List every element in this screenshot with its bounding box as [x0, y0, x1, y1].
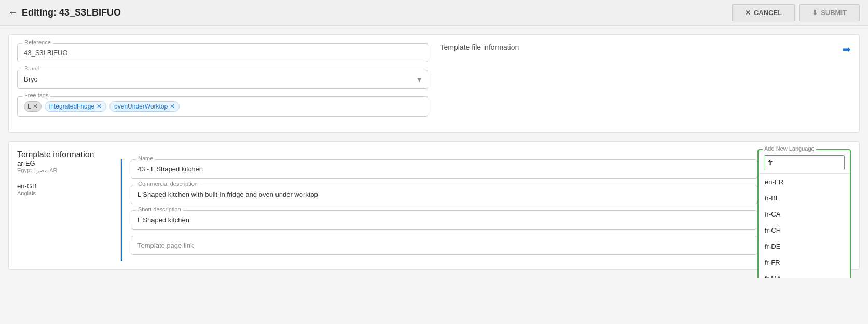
lang-option-fr-ch[interactable]: fr-CH: [759, 222, 850, 238]
tags-container[interactable]: L ✕ integratedFridge ✕ ovenUnderWorktop …: [17, 96, 428, 117]
bottom-content: ar-EG Egypt | مصر AR en-GB Anglais Name …: [17, 159, 851, 261]
brand-select-wrapper: Bryo ▼: [17, 70, 428, 89]
commercial-desc-label: Commercial description: [136, 181, 200, 187]
cancel-label: CANCEL: [754, 9, 782, 17]
tag-ovenUnderWorktop: ovenUnderWorktop ✕: [109, 101, 180, 112]
free-tags-field: Free tags L ✕ integratedFridge ✕ ovenUnd…: [17, 96, 428, 117]
tag-integratedFridge-close[interactable]: ✕: [97, 103, 102, 110]
add-language-area: ⌃ Add New Language ✕ ▲ en-FR fr-BE fr-CA: [757, 159, 851, 261]
cancel-icon: ✕: [745, 9, 751, 17]
reference-label: Reference: [22, 39, 53, 45]
short-desc-input[interactable]: [131, 210, 757, 230]
add-language-search-input[interactable]: [764, 156, 845, 170]
lang-option-en-fr[interactable]: en-FR: [759, 174, 850, 190]
submit-icon: ⬇: [812, 9, 818, 17]
tag-ovenUnderWorktop-label: ovenUnderWorktop: [114, 103, 168, 110]
short-desc-label: Short description: [136, 206, 183, 212]
lang-option-fr-be[interactable]: fr-BE: [759, 190, 850, 206]
tag-integratedFridge-label: integratedFridge: [49, 103, 94, 110]
tag-l-text: L: [27, 103, 31, 110]
tag-integratedFridge: integratedFridge ✕: [45, 101, 106, 112]
commercial-desc-input[interactable]: [131, 185, 757, 204]
top-section: Reference Brand Bryo ▼ Free tags L: [8, 34, 860, 133]
lang-option-fr-de[interactable]: fr-DE: [759, 238, 850, 254]
left-form: Reference Brand Bryo ▼ Free tags L: [17, 43, 428, 124]
brand-field: Brand Bryo ▼: [17, 70, 428, 89]
template-page-link-label: Template page link: [131, 236, 757, 255]
lang-item-en-gb[interactable]: en-GB Anglais: [17, 182, 112, 196]
lang-code-en-gb: en-GB: [17, 182, 112, 190]
reference-field: Reference: [17, 43, 428, 62]
bottom-section: Template information ar-EG Egypt | مصر A…: [8, 141, 860, 270]
lang-option-fr-ca[interactable]: fr-CA: [759, 206, 850, 222]
add-language-dropdown: Add New Language ✕ ▲ en-FR fr-BE fr-CA f…: [757, 149, 851, 278]
reference-input[interactable]: [17, 43, 428, 62]
lang-option-fr-fr[interactable]: fr-FR: [759, 254, 850, 271]
template-file-info: Template file information ➡: [440, 43, 851, 124]
cancel-button[interactable]: ✕ CANCEL: [732, 4, 795, 21]
template-file-info-label: Template file information: [440, 43, 519, 51]
name-label: Name: [136, 155, 155, 161]
brand-select[interactable]: Bryo: [17, 70, 428, 89]
add-language-input-row: ✕ ▲: [764, 155, 845, 170]
lang-code-ar-eg: ar-EG: [17, 159, 112, 167]
header-left: ← Editing: 43_S3LBIFUO: [8, 7, 121, 18]
header: ← Editing: 43_S3LBIFUO ✕ CANCEL ⬇ SUBMIT: [0, 0, 868, 26]
template-page-link-field: Template page link: [131, 236, 757, 255]
submit-label: SUBMIT: [821, 9, 847, 17]
page-title: Editing: 43_S3LBIFUO: [22, 7, 121, 18]
submit-button[interactable]: ⬇ SUBMIT: [799, 4, 860, 21]
free-tags-label: Free tags: [22, 92, 50, 98]
template-information-title: Template information: [17, 150, 94, 159]
lang-option-fr-ma[interactable]: fr-MA: [759, 271, 850, 278]
commercial-desc-field: Commercial description: [131, 185, 757, 204]
name-input[interactable]: [131, 159, 757, 179]
main-content: Reference Brand Bryo ▼ Free tags L: [0, 26, 868, 278]
add-language-header: Add New Language ✕ ▲: [759, 150, 850, 174]
lang-detail-en-gb: Anglais: [17, 190, 112, 196]
header-actions: ✕ CANCEL ⬇ SUBMIT: [732, 4, 860, 21]
tag-l: L ✕: [24, 101, 42, 112]
name-field: Name: [131, 159, 757, 179]
tag-ovenUnderWorktop-close[interactable]: ✕: [170, 103, 175, 110]
short-desc-field: Short description: [131, 210, 757, 230]
back-arrow-icon[interactable]: ←: [8, 7, 18, 18]
add-language-title: Add New Language: [763, 145, 816, 152]
tag-l-close[interactable]: ✕: [33, 103, 38, 110]
lang-item-ar-eg[interactable]: ar-EG Egypt | مصر AR: [17, 159, 112, 174]
language-options-list: en-FR fr-BE fr-CA fr-CH fr-DE fr-FR fr-M…: [759, 174, 850, 278]
main-edit-area: Name Commercial description Short descri…: [121, 159, 757, 261]
language-list: ar-EG Egypt | مصر AR en-GB Anglais: [17, 159, 121, 261]
lang-detail-ar-eg: Egypt | مصر AR: [17, 167, 112, 174]
template-file-info-icon[interactable]: ➡: [842, 43, 851, 56]
